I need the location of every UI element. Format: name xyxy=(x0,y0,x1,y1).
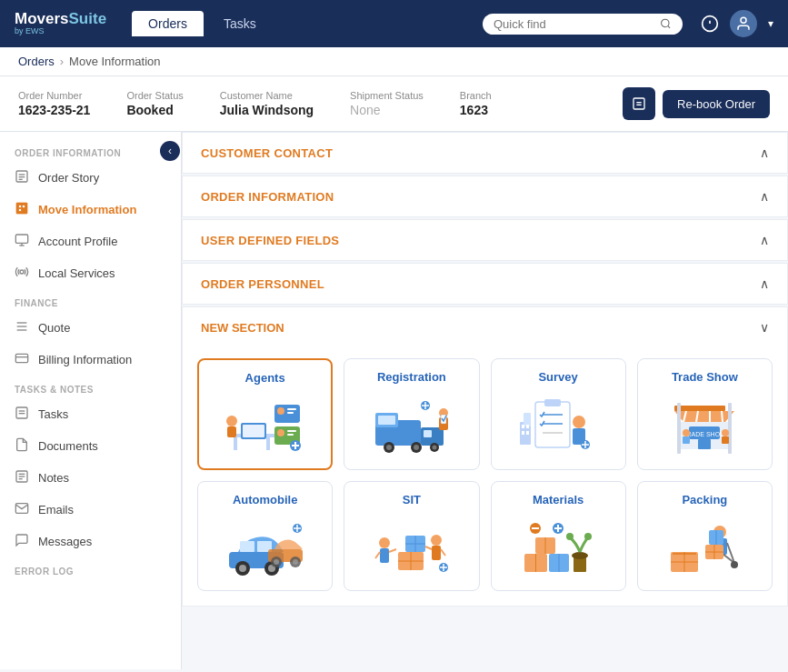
user-avatar[interactable] xyxy=(730,10,757,37)
sidebar-item-tasks[interactable]: Tasks xyxy=(0,398,181,430)
accordion-order-personnel: ORDER PERSONNEL ∧ xyxy=(182,263,788,305)
move-information-icon xyxy=(15,201,29,218)
customer-name-value: Julia Windsong xyxy=(220,103,314,117)
card-survey[interactable]: Survey xyxy=(491,358,626,470)
accordion-order-information-title: ORDER INFORMATION xyxy=(201,190,334,204)
svg-point-151 xyxy=(731,561,738,568)
svg-point-0 xyxy=(662,19,669,26)
billing-icon xyxy=(15,351,29,368)
card-registration[interactable]: Registration xyxy=(344,358,479,470)
svg-point-98 xyxy=(722,429,729,436)
svg-rect-42 xyxy=(287,408,296,410)
search-icon xyxy=(660,17,672,30)
svg-point-96 xyxy=(683,429,690,436)
breadcrumb-orders[interactable]: Orders xyxy=(18,55,55,68)
chevron-down-button[interactable]: ▾ xyxy=(768,17,773,30)
svg-point-139 xyxy=(572,552,588,559)
sidebar-item-emails[interactable]: Emails xyxy=(0,494,181,526)
svg-point-41 xyxy=(277,407,284,415)
sidebar-item-move-information[interactable]: Move Information xyxy=(0,194,181,226)
survey-illustration xyxy=(503,391,614,456)
order-status-label: Order Status xyxy=(126,90,183,101)
sidebar-item-quote[interactable]: Quote xyxy=(0,312,181,344)
card-agents[interactable]: Agents xyxy=(197,358,333,470)
card-sit[interactable]: SIT xyxy=(344,481,479,591)
accordion-order-personnel-header[interactable]: ORDER PERSONNEL ∧ xyxy=(183,264,787,304)
new-section: NEW SECTION ∨ Agents xyxy=(182,306,788,607)
svg-rect-40 xyxy=(274,405,300,423)
sidebar-item-notes[interactable]: Notes xyxy=(0,462,181,494)
card-sit-label: SIT xyxy=(403,493,421,507)
document-icon xyxy=(632,96,646,111)
sidebar-item-label: Messages xyxy=(38,535,92,548)
branch-value: 1623 xyxy=(460,103,492,117)
card-materials[interactable]: Materials xyxy=(491,481,626,591)
svg-rect-15 xyxy=(23,206,25,208)
packing-illustration xyxy=(649,514,761,579)
card-automobile[interactable]: Automobile xyxy=(197,481,333,591)
accordion-order-information-header[interactable]: ORDER INFORMATION ∧ xyxy=(183,176,787,216)
sit-illustration xyxy=(355,514,467,579)
accordion-user-defined-fields-header[interactable]: USER DEFINED FIELDS ∧ xyxy=(183,220,787,260)
svg-rect-39 xyxy=(227,426,236,437)
sidebar-item-messages[interactable]: Messages xyxy=(0,526,181,557)
local-services-icon xyxy=(15,265,29,282)
nav-icons: ▾ xyxy=(701,10,773,37)
svg-rect-97 xyxy=(683,436,690,444)
svg-point-109 xyxy=(274,559,279,565)
rebook-order-button[interactable]: Re-book Order xyxy=(663,90,770,118)
accordion-order-personnel-title: ORDER PERSONNEL xyxy=(201,277,324,291)
registration-illustration xyxy=(355,391,467,456)
svg-point-61 xyxy=(432,445,436,449)
sidebar-collapse-button[interactable]: ‹ xyxy=(160,141,180,161)
card-trade-show[interactable]: Trade Show xyxy=(637,358,773,470)
content-area: CUSTOMER CONTACT ∧ ORDER INFORMATION ∧ U… xyxy=(182,132,788,669)
new-section-header[interactable]: NEW SECTION ∨ xyxy=(183,307,787,347)
sidebar-item-label: Move Information xyxy=(38,203,136,216)
card-packing[interactable]: Packing xyxy=(637,481,773,591)
sidebar-item-billing-information[interactable]: Billing Information xyxy=(0,344,181,376)
svg-line-124 xyxy=(389,549,396,552)
sidebar-item-account-profile[interactable]: Account Profile xyxy=(0,226,181,257)
sidebar-item-label: Billing Information xyxy=(38,353,132,366)
document-icon-button[interactable] xyxy=(623,87,655,120)
svg-rect-99 xyxy=(722,436,729,444)
order-number-label: Order Number xyxy=(18,90,90,101)
sidebar-item-order-story[interactable]: Order Story xyxy=(0,162,181,194)
branch-label: Branch xyxy=(460,90,492,101)
tab-tasks[interactable]: Tasks xyxy=(207,11,273,36)
rebook-area: Re-book Order xyxy=(623,87,770,120)
tab-orders[interactable]: Orders xyxy=(132,11,204,36)
documents-icon xyxy=(15,437,29,455)
svg-line-127 xyxy=(425,547,432,549)
shipment-status-value: None xyxy=(350,103,424,117)
automobile-illustration xyxy=(209,514,321,579)
svg-rect-55 xyxy=(424,430,432,437)
svg-point-20 xyxy=(20,270,24,274)
app-logo: MoversSuite by EWS xyxy=(15,11,106,37)
svg-rect-91 xyxy=(677,403,681,454)
search-input[interactable] xyxy=(494,17,654,31)
sidebar-item-label: Order Story xyxy=(38,171,99,185)
shipment-status-field: Shipment Status None xyxy=(350,90,424,117)
accordion-customer-contact-header[interactable]: CUSTOMER CONTACT ∧ xyxy=(183,133,787,173)
svg-point-38 xyxy=(226,416,237,426)
svg-point-111 xyxy=(293,559,298,565)
account-profile-icon xyxy=(15,233,29,250)
info-button[interactable] xyxy=(701,15,719,33)
svg-rect-47 xyxy=(287,434,294,436)
notes-icon xyxy=(15,469,29,486)
breadcrumb: Orders › Move Information xyxy=(0,47,788,76)
top-nav: MoversSuite by EWS Orders Tasks ▾ xyxy=(0,0,788,47)
svg-rect-37 xyxy=(243,425,264,437)
sidebar-item-documents[interactable]: Documents xyxy=(0,430,181,462)
svg-rect-35 xyxy=(266,437,270,450)
svg-rect-79 xyxy=(524,413,531,426)
svg-rect-53 xyxy=(378,416,395,425)
svg-rect-13 xyxy=(16,203,27,214)
accordion-customer-contact-title: CUSTOMER CONTACT xyxy=(201,146,333,160)
sidebar-section-error-log: ERROR LOG xyxy=(0,557,181,580)
accordion-user-defined-fields: USER DEFINED FIELDS ∧ xyxy=(182,219,788,261)
sidebar-item-local-services[interactable]: Local Services xyxy=(0,257,181,289)
emails-icon xyxy=(15,501,29,518)
